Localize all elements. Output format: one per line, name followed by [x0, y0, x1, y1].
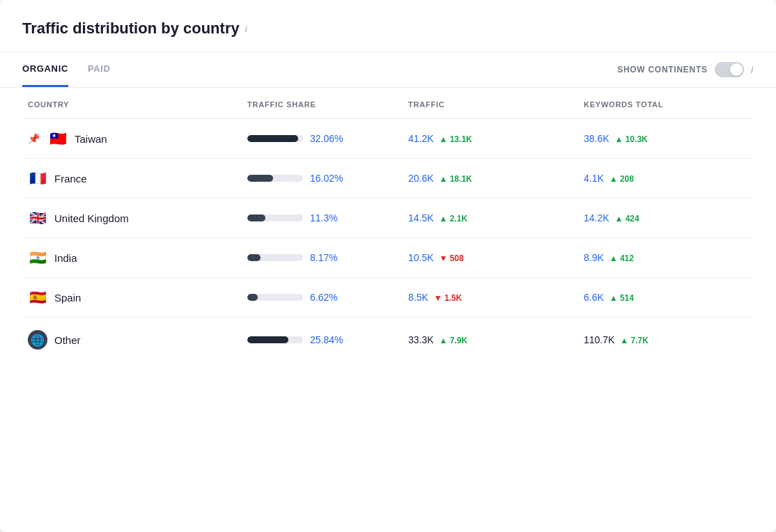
- keywords-main-spain: 6.6K: [584, 292, 607, 303]
- keywords-main-india: 8.9K: [584, 252, 607, 263]
- bar-track-spain: [247, 294, 303, 301]
- tab-list: ORGANIC PAID: [22, 52, 130, 87]
- flag-united-kingdom: 🇬🇧: [28, 211, 47, 225]
- title-text: Traffic distribution by country: [22, 19, 240, 38]
- keywords-main-france: 4.1K: [584, 173, 607, 184]
- share-pct-france: 16.02%: [310, 173, 343, 184]
- traffic-delta-other: ▲ 7.9K: [439, 336, 467, 345]
- keywords-delta-india: ▲ 412: [610, 253, 634, 263]
- keywords-cell-united-kingdom: 14.2K ▲ 424: [578, 198, 754, 238]
- share-pct-other: 25.84%: [310, 334, 343, 345]
- show-continents-control: SHOW CONTINENTS i: [617, 62, 754, 77]
- title-info-icon[interactable]: i: [245, 24, 247, 34]
- country-cell-india: 🇮🇳India: [22, 238, 242, 278]
- country-name-other: Other: [54, 334, 81, 346]
- traffic-main-india: 10.5K: [408, 252, 436, 263]
- table-row: 🌐Other25.84%33.3K ▲ 7.9K110.7K ▲ 7.7K: [22, 318, 754, 363]
- traffic-cell-united-kingdom: 14.5K ▲ 2.1K: [403, 198, 578, 238]
- keywords-cell-india: 8.9K ▲ 412: [578, 238, 754, 278]
- share-pct-india: 8.17%: [310, 252, 338, 263]
- traffic-delta-taiwan: ▲ 13.1K: [439, 134, 472, 144]
- share-cell-india: 8.17%: [242, 238, 403, 278]
- table-header-row: COUNTRY TRAFFIC SHARE TRAFFIC KEYWORDS T…: [22, 88, 754, 119]
- table-row: 🇬🇧United Kingdom11.3%14.5K ▲ 2.1K14.2K ▲…: [22, 198, 754, 238]
- traffic-delta-united-kingdom: ▲ 2.1K: [439, 214, 467, 224]
- bar-fill-other: [247, 336, 288, 343]
- traffic-cell-india: 10.5K ▼ 508: [403, 238, 578, 278]
- pin-icon: 📌: [28, 133, 40, 144]
- col-keywords-total: KEYWORDS TOTAL: [578, 88, 754, 119]
- tab-organic[interactable]: ORGANIC: [22, 52, 68, 87]
- table-wrapper: COUNTRY TRAFFIC SHARE TRAFFIC KEYWORDS T…: [0, 88, 776, 362]
- flag-other: 🌐: [28, 330, 47, 350]
- share-cell-united-kingdom: 11.3%: [242, 198, 403, 238]
- traffic-cell-taiwan: 41.2K ▲ 13.1K: [403, 119, 578, 159]
- keywords-main-united-kingdom: 14.2K: [584, 212, 612, 224]
- keywords-delta-spain: ▲ 514: [610, 293, 634, 303]
- table-row: 📌🇹🇼Taiwan32.06%41.2K ▲ 13.1K38.6K ▲ 10.3…: [22, 119, 754, 159]
- card-header: Traffic distribution by country i: [0, 0, 776, 52]
- share-pct-taiwan: 32.06%: [310, 133, 343, 144]
- country-cell-spain: 🇪🇸Spain: [22, 278, 242, 318]
- keywords-delta-france: ▲ 208: [610, 174, 634, 184]
- main-card: Traffic distribution by country i ORGANI…: [0, 0, 776, 532]
- keywords-cell-france: 4.1K ▲ 208: [578, 159, 754, 198]
- col-country: COUNTRY: [22, 88, 242, 119]
- country-name-spain: Spain: [54, 292, 81, 304]
- traffic-main-other: 33.3K: [408, 334, 436, 345]
- traffic-delta-india: ▼ 508: [439, 253, 463, 263]
- keywords-delta-united-kingdom: ▲ 424: [614, 214, 639, 224]
- country-cell-united-kingdom: 🇬🇧United Kingdom: [22, 198, 242, 238]
- traffic-delta-spain: ▼ 1.5K: [434, 293, 463, 303]
- page-title: Traffic distribution by country i: [22, 19, 754, 38]
- tab-paid[interactable]: PAID: [88, 52, 111, 87]
- country-cell-other: 🌐Other: [22, 318, 242, 363]
- country-name-france: France: [54, 173, 87, 185]
- col-traffic-share: TRAFFIC SHARE: [242, 88, 403, 119]
- bar-track-united-kingdom: [247, 214, 303, 221]
- flag-france: 🇫🇷: [28, 171, 47, 185]
- share-pct-united-kingdom: 11.3%: [310, 212, 338, 224]
- share-pct-spain: 6.62%: [310, 292, 338, 303]
- country-name-india: India: [54, 252, 77, 264]
- keywords-delta-taiwan: ▲ 10.3K: [614, 134, 647, 144]
- col-traffic: TRAFFIC: [403, 88, 578, 119]
- traffic-cell-other: 33.3K ▲ 7.9K: [403, 318, 578, 363]
- country-cell-france: 🇫🇷France: [22, 159, 242, 198]
- bar-fill-spain: [247, 294, 258, 301]
- country-cell-taiwan: 📌🇹🇼Taiwan: [22, 119, 242, 159]
- traffic-cell-spain: 8.5K ▼ 1.5K: [403, 278, 578, 318]
- bar-fill-taiwan: [247, 135, 298, 142]
- country-name-united-kingdom: United Kingdom: [54, 212, 129, 224]
- show-continents-info-icon[interactable]: i: [751, 65, 754, 75]
- share-cell-france: 16.02%: [242, 159, 403, 198]
- bar-track-other: [247, 336, 303, 343]
- bar-track-india: [247, 254, 303, 261]
- share-cell-other: 25.84%: [242, 318, 403, 363]
- flag-taiwan: 🇹🇼: [48, 132, 68, 146]
- bar-fill-united-kingdom: [247, 214, 265, 221]
- traffic-main-taiwan: 41.2K: [408, 133, 436, 144]
- keywords-main-taiwan: 38.6K: [584, 133, 612, 144]
- keywords-cell-spain: 6.6K ▲ 514: [578, 278, 754, 318]
- keywords-delta-other: ▲ 7.7K: [620, 336, 649, 345]
- traffic-main-france: 20.6K: [408, 173, 436, 184]
- toggle-knob: [730, 63, 743, 76]
- traffic-main-united-kingdom: 14.5K: [408, 212, 436, 224]
- keywords-cell-other: 110.7K ▲ 7.7K: [578, 318, 754, 363]
- bar-track-taiwan: [247, 135, 303, 142]
- country-name-taiwan: Taiwan: [75, 133, 107, 145]
- share-cell-taiwan: 32.06%: [242, 119, 403, 159]
- traffic-main-spain: 8.5K: [408, 292, 431, 303]
- traffic-delta-france: ▲ 18.1K: [439, 174, 472, 184]
- traffic-cell-france: 20.6K ▲ 18.1K: [403, 159, 578, 198]
- flag-india: 🇮🇳: [28, 251, 47, 265]
- show-continents-toggle[interactable]: [715, 62, 744, 77]
- keywords-main-other: 110.7K: [584, 334, 617, 345]
- table-row: 🇮🇳India8.17%10.5K ▼ 5088.9K ▲ 412: [22, 238, 754, 278]
- table-row: 🇪🇸Spain6.62%8.5K ▼ 1.5K6.6K ▲ 514: [22, 278, 754, 318]
- data-table: COUNTRY TRAFFIC SHARE TRAFFIC KEYWORDS T…: [22, 88, 754, 362]
- bar-track-france: [247, 175, 303, 182]
- keywords-cell-taiwan: 38.6K ▲ 10.3K: [578, 119, 754, 159]
- bar-fill-france: [247, 175, 273, 182]
